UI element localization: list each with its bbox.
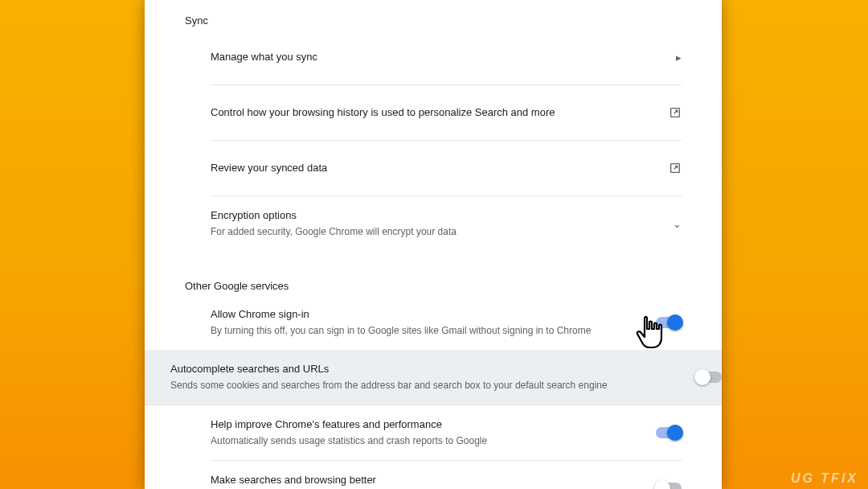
allow-signin-row: Allow Chrome sign-in By turning this off… (211, 295, 682, 350)
allow-signin-title: Allow Chrome sign-in (211, 307, 632, 323)
settings-panel: Sync Manage what you sync ▸ Control how … (145, 0, 722, 489)
encryption-title: Encryption options (211, 208, 649, 224)
encryption-row[interactable]: Encryption options For added security, G… (211, 196, 682, 251)
external-link-icon (669, 162, 682, 175)
chevron-down-icon: ⌄ (673, 218, 682, 230)
allow-signin-sub: By turning this off, you can sign in to … (211, 324, 632, 338)
review-synced-row[interactable]: Review your synced data (211, 141, 682, 196)
autocomplete-sub: Sends some cookies and searches from the… (170, 379, 672, 392)
review-synced-label: Review your synced data (211, 161, 645, 176)
other-services-heading: Other Google services (185, 280, 682, 292)
sync-heading: Sync (185, 14, 682, 27)
better-search-title: Make searches and browsing better (211, 473, 632, 488)
autocomplete-toggle[interactable] (696, 372, 722, 383)
better-search-row: Make searches and browsing better Sends … (211, 461, 682, 489)
help-improve-row: Help improve Chrome's features and perfo… (211, 405, 682, 461)
autocomplete-title: Autocomplete searches and URLs (170, 362, 672, 377)
watermark: UG TFIX (791, 471, 858, 486)
allow-signin-toggle[interactable] (656, 317, 682, 328)
control-history-row[interactable]: Control how your browsing history is use… (211, 85, 682, 141)
external-link-icon (669, 106, 682, 119)
manage-sync-row[interactable]: Manage what you sync ▸ (211, 30, 682, 85)
manage-sync-label: Manage what you sync (211, 50, 652, 65)
help-improve-title: Help improve Chrome's features and perfo… (211, 417, 632, 433)
better-search-toggle[interactable] (656, 483, 682, 489)
help-improve-toggle[interactable] (656, 427, 682, 438)
encryption-sub: For added security, Google Chrome will e… (211, 225, 649, 239)
help-improve-sub: Automatically sends usage statistics and… (211, 434, 632, 448)
chevron-right-icon: ▸ (676, 51, 682, 64)
autocomplete-row: Autocomplete searches and URLs Sends som… (145, 350, 722, 405)
control-history-label: Control how your browsing history is use… (211, 105, 645, 121)
